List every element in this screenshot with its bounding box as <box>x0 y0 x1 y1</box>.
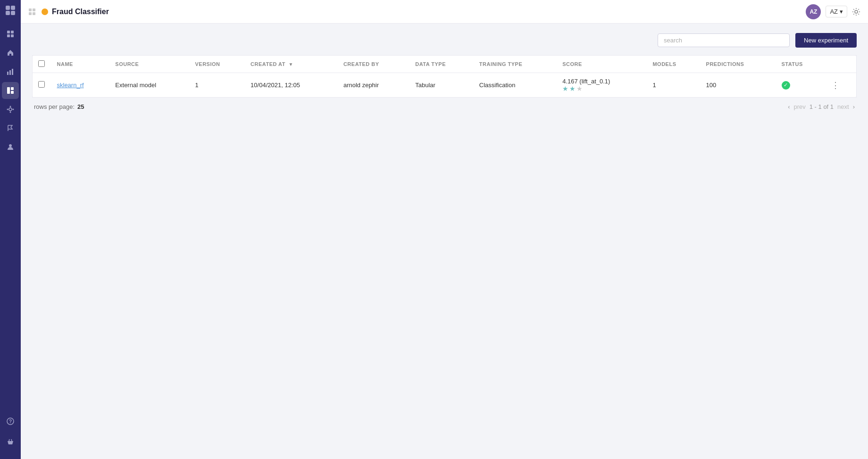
main-area: Fraud Classifier AZ AZ ▾ New experiment <box>21 0 868 459</box>
svg-rect-5 <box>11 31 14 33</box>
svg-rect-0 <box>6 6 10 10</box>
row-version: 1 <box>189 73 245 98</box>
select-all-header <box>33 56 51 73</box>
page-title: Fraud Classifier <box>52 8 806 16</box>
svg-rect-29 <box>33 12 35 15</box>
col-predictions: PREDICTIONS <box>701 56 776 73</box>
rows-per-page-label: rows per page: <box>34 103 75 110</box>
star-filled-icon[interactable]: ★ <box>569 85 576 92</box>
col-actions <box>826 56 856 73</box>
row-name: sklearn_rf <box>51 73 110 98</box>
sidebar-logo[interactable] <box>4 4 17 17</box>
select-all-checkbox[interactable] <box>38 60 45 67</box>
rows-per-page-value: 25 <box>77 103 84 110</box>
sort-icon: ▼ <box>289 62 293 67</box>
svg-rect-2 <box>6 11 10 15</box>
prev-arrow[interactable]: ‹ <box>788 103 790 110</box>
row-models: 1 <box>647 73 700 98</box>
row-data-type: Tabular <box>409 73 474 98</box>
row-status: ✓ <box>776 73 826 98</box>
svg-point-30 <box>855 10 858 13</box>
svg-rect-7 <box>11 34 14 37</box>
svg-rect-4 <box>7 31 10 33</box>
svg-point-14 <box>9 108 12 111</box>
row-checkbox[interactable] <box>38 81 45 88</box>
col-version: VERSION <box>189 56 245 73</box>
experiment-name-link[interactable]: sklearn_rf <box>57 82 84 89</box>
svg-rect-13 <box>11 91 14 94</box>
sidebar-item-models[interactable] <box>2 82 19 99</box>
sidebar: ? <box>0 0 21 459</box>
topbar-right: AZ AZ ▾ <box>806 4 860 19</box>
svg-rect-8 <box>7 72 8 75</box>
svg-point-17 <box>7 109 8 110</box>
toolbar-row: New experiment <box>32 33 857 48</box>
score-value: 4.167 (lift_at_0.1) <box>562 78 610 85</box>
row-created-by: arnold zephir <box>338 73 409 98</box>
svg-rect-3 <box>11 11 15 15</box>
sidebar-item-help[interactable]: ? <box>2 413 19 430</box>
col-status: STATUS <box>776 56 826 73</box>
svg-rect-26 <box>29 8 32 11</box>
svg-rect-28 <box>29 12 32 15</box>
svg-rect-11 <box>7 87 10 94</box>
sidebar-item-users[interactable] <box>2 139 19 156</box>
topbar: Fraud Classifier AZ AZ ▾ <box>21 0 868 24</box>
col-created-by: CREATED BY <box>338 56 409 73</box>
row-predictions: 100 <box>701 73 776 98</box>
search-input[interactable] <box>658 33 790 47</box>
settings-icon[interactable] <box>852 8 860 16</box>
experiments-table: NAME SOURCE VERSION CREATED AT ▼ CREATED… <box>32 55 857 98</box>
table-row: sklearn_rf External model 1 10/04/2021, … <box>33 73 857 98</box>
svg-rect-27 <box>33 8 35 11</box>
avatar: AZ <box>806 4 821 19</box>
chevron-down-icon: ▾ <box>840 8 843 15</box>
sidebar-item-analytics[interactable] <box>2 63 19 80</box>
prev-button[interactable]: prev <box>793 103 805 110</box>
pagination-controls: ‹ prev 1 - 1 of 1 next › <box>788 103 855 110</box>
row-checkbox-cell <box>33 73 51 98</box>
new-experiment-button[interactable]: New experiment <box>795 33 857 48</box>
star-empty-icon[interactable]: ★ <box>576 85 583 92</box>
grid-icon <box>28 8 36 16</box>
col-training-type: TRAINING TYPE <box>474 56 557 73</box>
rows-per-page: rows per page: 25 <box>34 103 84 110</box>
sidebar-item-basket[interactable] <box>2 434 19 451</box>
next-button[interactable]: next <box>837 103 849 110</box>
col-name: NAME <box>51 56 110 73</box>
sidebar-item-flag[interactable] <box>2 120 19 137</box>
col-created-at[interactable]: CREATED AT ▼ <box>245 56 338 73</box>
svg-point-16 <box>10 112 11 113</box>
next-arrow[interactable]: › <box>853 103 855 110</box>
svg-point-23 <box>9 144 12 147</box>
sidebar-item-home[interactable] <box>2 44 19 61</box>
col-source: SOURCE <box>109 56 189 73</box>
content: New experiment NAME SOURCE VERSION CREAT… <box>21 24 868 459</box>
status-success-icon: ✓ <box>782 81 790 90</box>
col-data-type: DATA TYPE <box>409 56 474 73</box>
project-status-dot <box>42 8 48 15</box>
user-menu-button[interactable]: AZ ▾ <box>826 6 847 17</box>
col-score: SCORE <box>557 56 647 73</box>
page-info: 1 - 1 of 1 <box>810 103 834 110</box>
sidebar-item-network[interactable] <box>2 101 19 118</box>
svg-rect-10 <box>12 69 13 75</box>
svg-rect-6 <box>7 34 10 37</box>
svg-text:?: ? <box>9 419 12 424</box>
pagination-row: rows per page: 25 ‹ prev 1 - 1 of 1 next… <box>32 98 857 110</box>
col-models: MODELS <box>647 56 700 73</box>
row-created-at: 10/04/2021, 12:05 <box>245 73 338 98</box>
more-menu-button[interactable]: ⋮ <box>831 81 840 90</box>
star-filled-icon[interactable]: ★ <box>562 85 568 92</box>
row-score: 4.167 (lift_at_0.1) ★★★ <box>557 73 647 98</box>
sidebar-item-grid[interactable] <box>2 25 19 42</box>
table-header-row: NAME SOURCE VERSION CREATED AT ▼ CREATED… <box>33 56 857 73</box>
row-training-type: Classification <box>474 73 557 98</box>
svg-point-18 <box>13 109 14 110</box>
svg-rect-9 <box>9 70 11 75</box>
svg-rect-12 <box>11 87 14 90</box>
svg-point-15 <box>10 106 11 107</box>
row-actions: ⋮ <box>826 73 856 98</box>
svg-rect-1 <box>11 6 15 10</box>
row-source: External model <box>109 73 189 98</box>
